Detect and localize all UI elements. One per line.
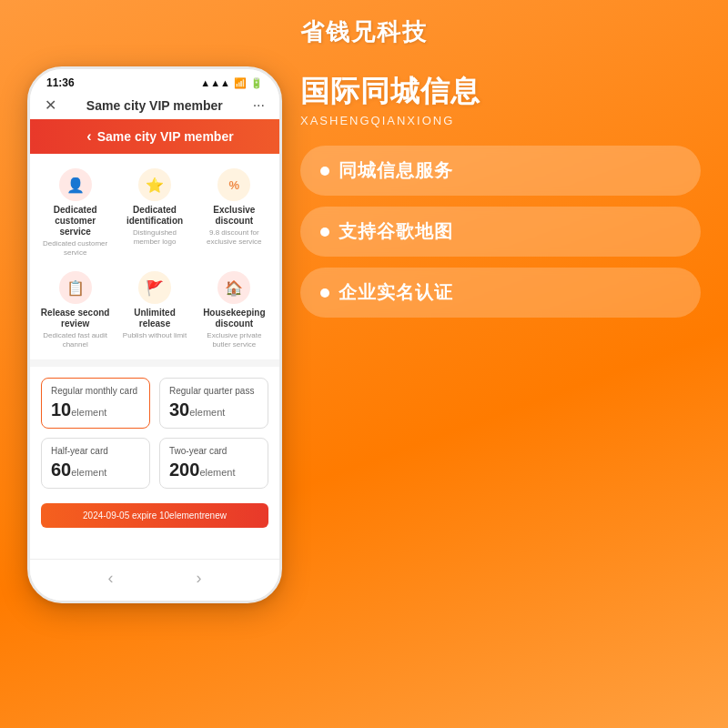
- feature-pill-3: 企业实名认证: [300, 268, 701, 318]
- nav-title: Same city VIP member: [86, 98, 223, 113]
- plan-halfyear[interactable]: Half-year card 60element: [41, 438, 150, 489]
- feature-title-1: Dedicated customer service: [39, 205, 111, 238]
- feature-item-6: 🏠 Housekeeping discount Exclusive privat…: [197, 268, 272, 352]
- phone-nav-bar: ✕ Same city VIP member ···: [30, 93, 279, 119]
- plan-twoyear-name: Two-year card: [169, 446, 227, 456]
- plan-twoyear-price: 200element: [169, 460, 236, 480]
- feature-item-3: % Exclusive discount 9.8 discount for ex…: [197, 165, 272, 260]
- top-header: 省钱兄科技: [0, 0, 728, 57]
- pill-dot-1: [320, 167, 329, 176]
- plan-monthly-price: 10element: [51, 399, 106, 420]
- plan-monthly[interactable]: Regular monthly card 10element: [41, 378, 150, 429]
- plans-grid: Regular monthly card 10element Regular q…: [30, 367, 279, 496]
- feature-icon-2: ⭐: [138, 168, 171, 201]
- feature-item-1: 👤 Dedicated customer service Dedicated c…: [37, 165, 113, 260]
- phone-mockup: 11:36 ▲▲▲ 📶 🔋 ✕ Same city VIP member ···…: [27, 66, 282, 603]
- close-icon[interactable]: ✕: [45, 96, 56, 114]
- phone-wrapper: 11:36 ▲▲▲ 📶 🔋 ✕ Same city VIP member ···…: [27, 66, 282, 603]
- more-icon[interactable]: ···: [253, 97, 265, 114]
- phone-status-bar: 11:36 ▲▲▲ 📶 🔋: [30, 69, 279, 93]
- brand-title: 省钱兄科技: [0, 16, 728, 48]
- feature-icon-5: 🚩: [138, 271, 171, 304]
- feature-item-5: 🚩 Unlimited release Publish without limi…: [116, 268, 192, 352]
- feature-title-3: Exclusive discount: [198, 205, 270, 227]
- features-grid: 👤 Dedicated customer service Dedicated c…: [30, 154, 279, 359]
- feature-icon-1: 👤: [59, 168, 92, 201]
- feature-item-4: 📋 Release second review Dedicated fast a…: [37, 268, 113, 352]
- plan-quarterly-price: 30element: [169, 399, 225, 420]
- vip-banner-text: Same city VIP member: [97, 129, 234, 144]
- feature-title-2: Dedicated identification: [118, 205, 190, 227]
- feature-title-5: Unlimited release: [118, 308, 190, 329]
- expiry-bar[interactable]: 2024-09-05 expire 10elementrenew: [41, 503, 268, 528]
- feature-icon-3: %: [217, 168, 250, 201]
- feature-desc-3: 9.8 discount for exclusive service: [198, 228, 270, 246]
- pill-text-2: 支持谷歌地图: [339, 219, 453, 244]
- feature-icon-6: 🏠: [217, 271, 250, 304]
- plan-halfyear-name: Half-year card: [51, 446, 108, 456]
- pill-text-1: 同城信息服务: [339, 158, 453, 183]
- plan-quarterly-name: Regular quarter pass: [169, 386, 254, 396]
- feature-desc-1: Dedicated customer service: [39, 239, 111, 257]
- battery-icon: 🔋: [250, 77, 263, 89]
- forward-nav-button[interactable]: ›: [197, 569, 202, 588]
- pill-text-3: 企业实名认证: [339, 280, 453, 305]
- feature-pill-2: 支持谷歌地图: [300, 207, 701, 257]
- plan-twoyear[interactable]: Two-year card 200element: [159, 438, 268, 489]
- plan-halfyear-price: 60element: [51, 460, 106, 480]
- vip-banner: ‹ Same city VIP member: [30, 119, 279, 154]
- feature-desc-6: Exclusive private butler service: [198, 331, 270, 349]
- status-time: 11:36: [46, 76, 75, 89]
- plan-monthly-name: Regular monthly card: [51, 386, 137, 396]
- right-subtitle: XASHENGQIANXIONG: [300, 114, 701, 127]
- right-info: 国际同城信息 XASHENGQIANXIONG 同城信息服务 支持谷歌地图 企业…: [300, 66, 701, 318]
- feature-desc-2: Distinguished member logo: [118, 228, 190, 246]
- feature-title-6: Housekeeping discount: [198, 308, 270, 329]
- feature-desc-5: Publish without limit: [123, 331, 187, 340]
- feature-desc-4: Dedicated fast audit channel: [39, 331, 111, 349]
- right-title: 国际同城信息: [300, 74, 701, 108]
- signal-icon: ▲▲▲: [200, 77, 230, 88]
- plan-quarterly[interactable]: Regular quarter pass 30element: [159, 378, 268, 429]
- back-nav-button[interactable]: ‹: [108, 569, 114, 588]
- feature-pill-1: 同城信息服务: [300, 146, 701, 196]
- section-divider: [30, 359, 279, 367]
- status-icons: ▲▲▲ 📶 🔋: [200, 77, 263, 89]
- main-content: 11:36 ▲▲▲ 📶 🔋 ✕ Same city VIP member ···…: [0, 57, 728, 622]
- chevron-left-icon[interactable]: ‹: [86, 128, 91, 145]
- pill-dot-2: [320, 228, 329, 237]
- wifi-icon: 📶: [234, 77, 247, 89]
- feature-title-4: Release second review: [39, 308, 111, 329]
- feature-item-2: ⭐ Dedicated identification Distinguished…: [116, 165, 192, 260]
- pill-dot-3: [320, 288, 329, 298]
- phone-bottom-nav: ‹ ›: [30, 559, 279, 601]
- feature-icon-4: 📋: [59, 271, 92, 304]
